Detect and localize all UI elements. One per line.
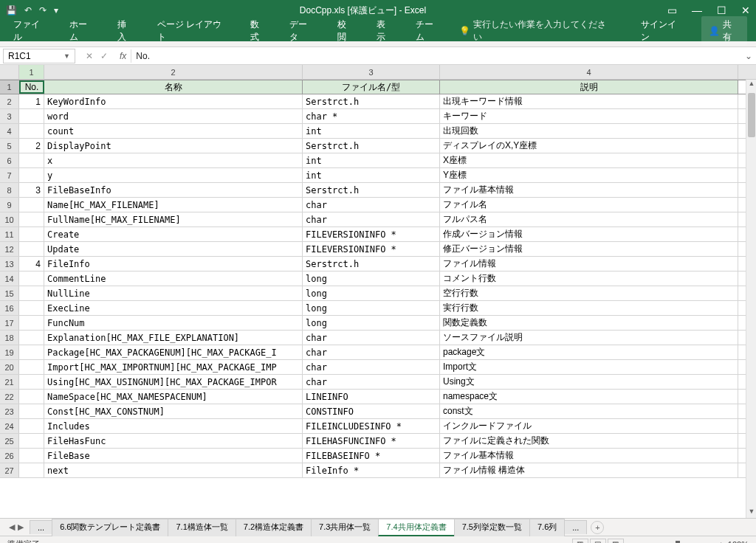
- cell[interactable]: Const[HC_MAX_CONSTNUM]: [44, 404, 303, 418]
- scroll-up-icon[interactable]: ▲: [746, 80, 756, 90]
- tab-review[interactable]: 校閲: [333, 15, 359, 46]
- row-header[interactable]: 14: [0, 272, 19, 286]
- signin-button[interactable]: サインイン: [636, 15, 688, 46]
- column-header[interactable]: 2: [44, 65, 303, 79]
- cell[interactable]: [19, 168, 44, 182]
- cell[interactable]: Serstrct.h: [303, 139, 440, 153]
- column-header[interactable]: 4: [440, 65, 738, 79]
- cell[interactable]: Import[HC_MAX_IMPORTNUM][HC_MAX_PACKAGE_…: [44, 360, 303, 374]
- cell[interactable]: FILEINCLUDESINFO *: [303, 419, 440, 433]
- row-header[interactable]: 20: [0, 360, 19, 374]
- sheet-tab[interactable]: 6.6関数テンプレート定義書: [52, 519, 168, 536]
- sheet-tab[interactable]: 7.2構造体定義書: [236, 519, 312, 536]
- cell[interactable]: 1: [19, 94, 44, 108]
- cell[interactable]: [19, 419, 44, 433]
- cell[interactable]: ディスプレイのX,Y座標: [440, 139, 738, 153]
- cell[interactable]: [19, 109, 44, 123]
- cell[interactable]: Serstrct.h: [303, 257, 440, 271]
- tell-me-search[interactable]: 💡 実行したい作業を入力してください: [459, 18, 610, 44]
- share-button[interactable]: 👤 共有: [701, 16, 747, 46]
- cell[interactable]: [19, 198, 44, 212]
- cell[interactable]: 関数定義数: [440, 316, 738, 330]
- cell[interactable]: X座標: [440, 153, 738, 167]
- cell[interactable]: FILEVERSIONINFO *: [303, 227, 440, 241]
- cell[interactable]: char *: [303, 109, 440, 123]
- cell[interactable]: char: [303, 212, 440, 226]
- cell[interactable]: ファイル情報: [440, 257, 738, 271]
- maximize-icon[interactable]: ☐: [717, 4, 726, 16]
- cell[interactable]: Serstrct.h: [303, 94, 440, 108]
- row-header[interactable]: 7: [0, 168, 19, 182]
- cell[interactable]: FileBaseInfo: [44, 183, 303, 197]
- row-header[interactable]: 10: [0, 212, 19, 226]
- row-header[interactable]: 25: [0, 434, 19, 448]
- page-break-view-icon[interactable]: ▧: [608, 539, 624, 544]
- sheet-tab[interactable]: 7.4共用体定義書: [378, 519, 454, 536]
- row-header[interactable]: 1: [0, 80, 19, 94]
- cell[interactable]: [19, 272, 44, 286]
- expand-formula-icon[interactable]: ⌄: [741, 51, 756, 61]
- sheet-tab[interactable]: 7.6列: [529, 519, 565, 536]
- cell[interactable]: char: [303, 360, 440, 374]
- row-header[interactable]: 11: [0, 227, 19, 241]
- cell[interactable]: Package[HC_MAX_PACKAGENUM][HC_MAX_PACKAG…: [44, 345, 303, 359]
- tab-home[interactable]: ホーム: [65, 15, 100, 46]
- cell[interactable]: Y座標: [440, 168, 738, 182]
- cell[interactable]: 出現キーワード情報: [440, 94, 738, 108]
- vertical-scrollbar[interactable]: ▲ ▼: [746, 80, 756, 518]
- zoom-out-button[interactable]: −: [631, 540, 636, 544]
- cell[interactable]: Import文: [440, 360, 738, 374]
- cell[interactable]: Explanation[HC_MAX_FILE_EXPLANATION]: [44, 331, 303, 345]
- select-all-corner[interactable]: [0, 65, 19, 79]
- cell[interactable]: [19, 242, 44, 256]
- row-header[interactable]: 16: [0, 301, 19, 315]
- cell[interactable]: long: [303, 286, 440, 300]
- cell[interactable]: char: [303, 198, 440, 212]
- cell[interactable]: [19, 286, 44, 300]
- cell[interactable]: count: [44, 124, 303, 138]
- cell[interactable]: [19, 153, 44, 167]
- cell[interactable]: y: [44, 168, 303, 182]
- cell[interactable]: FileHasFunc: [44, 434, 303, 448]
- cell[interactable]: [19, 404, 44, 418]
- cell[interactable]: const文: [440, 404, 738, 418]
- scroll-down-icon[interactable]: ▼: [746, 508, 756, 518]
- sheet-nav-next-icon[interactable]: ▶: [18, 522, 24, 532]
- sheet-tab-more-left[interactable]: ...: [30, 520, 52, 534]
- cell[interactable]: CommentLine: [44, 272, 303, 286]
- cell[interactable]: char: [303, 375, 440, 389]
- cell[interactable]: ファイル基本情報: [440, 449, 738, 463]
- tab-file[interactable]: ファイル: [9, 15, 52, 46]
- zoom-level[interactable]: 100%: [728, 540, 749, 544]
- row-header[interactable]: 26: [0, 449, 19, 463]
- cell[interactable]: FileInfo: [44, 257, 303, 271]
- cell[interactable]: 3: [19, 183, 44, 197]
- row-header[interactable]: 13: [0, 257, 19, 271]
- cell[interactable]: Serstrct.h: [303, 183, 440, 197]
- cell[interactable]: ファイル名/型: [303, 80, 440, 94]
- fx-icon[interactable]: fx: [115, 51, 131, 61]
- cell[interactable]: long: [303, 316, 440, 330]
- sheet-tab[interactable]: 7.1構造体一覧: [168, 519, 236, 536]
- cell[interactable]: FILEVERSIONINFO *: [303, 242, 440, 256]
- sheet-tab-more-right[interactable]: ...: [564, 520, 587, 534]
- cell[interactable]: word: [44, 109, 303, 123]
- add-sheet-button[interactable]: +: [591, 521, 604, 534]
- cell[interactable]: インクルードファイル: [440, 419, 738, 433]
- cell[interactable]: Using[HC_MAX_USINGNUM][HC_MAX_PACKAGE_IM…: [44, 375, 303, 389]
- cell[interactable]: [19, 124, 44, 138]
- cell[interactable]: long: [303, 272, 440, 286]
- redo-icon[interactable]: ↷: [39, 5, 47, 15]
- save-icon[interactable]: 💾: [6, 5, 17, 15]
- cell[interactable]: [19, 375, 44, 389]
- cell[interactable]: [19, 301, 44, 315]
- cell[interactable]: namespace文: [440, 390, 738, 404]
- row-header[interactable]: 15: [0, 286, 19, 300]
- row-header[interactable]: 24: [0, 419, 19, 433]
- cell[interactable]: [19, 390, 44, 404]
- cell[interactable]: Create: [44, 227, 303, 241]
- cell[interactable]: [19, 316, 44, 330]
- cell[interactable]: char: [303, 345, 440, 359]
- row-header[interactable]: 22: [0, 390, 19, 404]
- cell[interactable]: 実行行数: [440, 301, 738, 315]
